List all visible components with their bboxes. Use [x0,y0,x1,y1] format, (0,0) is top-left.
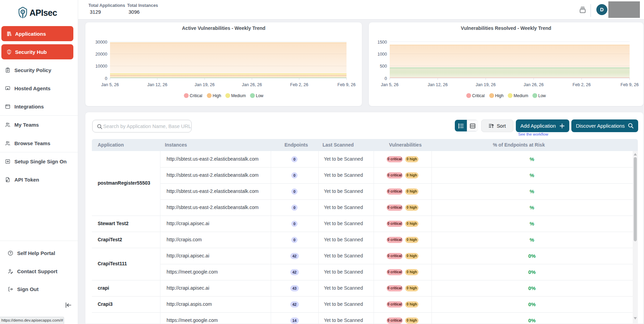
svg-text:High: High [213,93,221,98]
svg-text:Feb 2, 26: Feb 2, 26 [573,82,591,87]
svg-text:High: High [495,93,504,98]
svg-text:1000: 1000 [377,52,387,57]
svg-text:Low: Low [538,93,546,98]
svg-text:500: 500 [380,64,387,69]
svg-text:Jan 26, 26: Jan 26, 26 [242,82,262,87]
svg-text:Jan 5, 26: Jan 5, 26 [381,82,398,87]
svg-text:Critical: Critical [190,93,203,98]
svg-text:Jan 5, 26: Jan 5, 26 [101,82,119,87]
svg-text:10000: 10000 [95,64,107,69]
svg-text:1500: 1500 [377,40,387,45]
svg-text:Medium: Medium [231,93,246,98]
svg-text:30000: 30000 [95,40,107,45]
svg-text:0: 0 [385,76,387,81]
svg-text:Low: Low [256,93,264,98]
svg-text:20000: 20000 [95,52,107,57]
svg-text:Feb 2, 26: Feb 2, 26 [290,82,308,87]
svg-text:Critical: Critical [472,93,485,98]
svg-text:Jan 26, 26: Jan 26, 26 [524,82,544,87]
svg-text:Feb 9, 26: Feb 9, 26 [338,82,356,87]
svg-text:Jan 12, 26: Jan 12, 26 [147,82,167,87]
svg-text:Jan 19, 26: Jan 19, 26 [476,82,496,87]
svg-text:Jan 12, 26: Jan 12, 26 [428,82,448,87]
svg-text:0: 0 [105,76,107,81]
svg-text:Medium: Medium [514,93,528,98]
svg-text:Jan 19, 26: Jan 19, 26 [195,82,215,87]
svg-text:Feb 9, 26: Feb 9, 26 [621,82,639,87]
